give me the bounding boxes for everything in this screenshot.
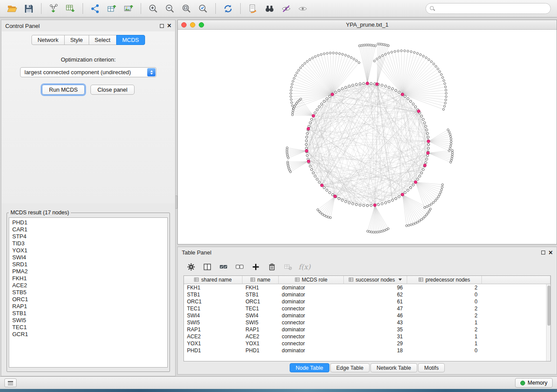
cell-shared-name[interactable]: PHD1 xyxy=(184,347,242,354)
status-menu-button[interactable] xyxy=(4,378,17,387)
close-window-icon[interactable] xyxy=(181,22,187,28)
cell-successor-nodes[interactable]: 35 xyxy=(344,326,407,333)
cell-shared-name[interactable]: SWI5 xyxy=(184,319,242,326)
cell-name[interactable]: SWI4 xyxy=(242,312,279,319)
export-image-button[interactable] xyxy=(121,2,136,16)
tab-select[interactable]: Select xyxy=(89,35,117,45)
mcds-result-item[interactable]: CAR1 xyxy=(9,226,167,233)
cell-name[interactable]: YOX1 xyxy=(242,340,279,347)
mcds-result-item[interactable]: STB1 xyxy=(9,310,167,317)
cell-mcds-role[interactable]: dominator xyxy=(279,291,344,298)
run-mcds-button[interactable]: Run MCDS xyxy=(42,85,85,95)
mcds-result-item[interactable]: SRD1 xyxy=(9,261,167,268)
show-column-button[interactable] xyxy=(201,261,213,273)
cell-shared-name[interactable]: ORC1 xyxy=(184,298,242,305)
close-table-panel-icon[interactable]: × xyxy=(549,250,553,255)
refresh-layout-button[interactable] xyxy=(220,2,236,16)
cell-predecessor-nodes[interactable]: 2 xyxy=(407,312,482,319)
delete-row-button[interactable] xyxy=(266,261,278,273)
cell-name[interactable]: STB1 xyxy=(242,291,279,298)
select-all-button[interactable] xyxy=(217,261,229,273)
cell-mcds-role[interactable]: connector xyxy=(279,333,344,340)
cell-name[interactable]: ACE2 xyxy=(242,333,279,340)
import-table-button[interactable] xyxy=(62,2,78,16)
cell-mcds-role[interactable]: dominator xyxy=(279,326,344,333)
cell-mcds-role[interactable]: dominator xyxy=(279,312,344,319)
mcds-result-item[interactable]: GCR1 xyxy=(9,331,167,338)
tab-motifs[interactable]: Motifs xyxy=(418,363,445,372)
network-graph[interactable] xyxy=(178,30,557,244)
criterion-select[interactable]: largest connected component (undirected) xyxy=(20,67,156,77)
float-panel-icon[interactable] xyxy=(160,24,164,28)
table-settings-button[interactable] xyxy=(185,261,197,273)
cell-successor-nodes[interactable]: 47 xyxy=(344,305,407,312)
cell-successor-nodes[interactable]: 62 xyxy=(344,291,407,298)
cell-name[interactable]: RAP1 xyxy=(242,326,279,333)
cell-successor-nodes[interactable]: 96 xyxy=(344,284,407,291)
cell-name[interactable]: PHD1 xyxy=(242,347,279,354)
column-header-name[interactable]: name xyxy=(242,276,279,284)
zoom-in-button[interactable] xyxy=(145,2,161,16)
scrollbar-thumb[interactable] xyxy=(547,285,550,326)
mcds-result-item[interactable]: RAP1 xyxy=(9,303,167,310)
table-row[interactable]: RAP1RAP1dominator352 xyxy=(184,326,550,333)
import-network-button[interactable] xyxy=(46,2,62,16)
zoom-selected-button[interactable] xyxy=(195,2,211,16)
export-network-button[interactable] xyxy=(87,2,103,16)
zoom-fit-button[interactable] xyxy=(179,2,194,16)
mcds-result-list[interactable]: PHD1CAR1STP4TID3YOX1SWI4SRD1PMA2FKH1ACE2… xyxy=(9,217,168,368)
mcds-result-item[interactable]: TEC1 xyxy=(9,324,167,331)
tab-edge-table[interactable]: Edge Table xyxy=(330,363,370,372)
cell-mcds-role[interactable]: dominator xyxy=(279,347,344,354)
memory-button[interactable]: Memory xyxy=(515,378,553,388)
mcds-result-item[interactable]: PHD1 xyxy=(9,219,167,226)
search-input[interactable] xyxy=(438,6,547,12)
cell-shared-name[interactable]: FKH1 xyxy=(184,284,242,291)
maximize-window-icon[interactable] xyxy=(199,22,204,28)
zoom-out-button[interactable] xyxy=(162,2,178,16)
cell-successor-nodes[interactable]: 31 xyxy=(344,333,407,340)
open-file-button[interactable] xyxy=(4,2,20,16)
close-panel-button[interactable]: Close panel xyxy=(90,85,135,95)
cell-predecessor-nodes[interactable]: 2 xyxy=(407,284,482,291)
cell-mcds-role[interactable]: connector xyxy=(279,319,344,326)
close-panel-icon[interactable]: × xyxy=(167,23,171,28)
mcds-result-item[interactable]: STP4 xyxy=(9,233,167,240)
cell-shared-name[interactable]: STB1 xyxy=(184,291,242,298)
cell-predecessor-nodes[interactable]: 2 xyxy=(407,305,482,312)
hide-selected-button[interactable] xyxy=(278,2,294,16)
mcds-result-item[interactable]: ACE2 xyxy=(9,282,167,289)
mcds-result-item[interactable]: SWI4 xyxy=(9,254,167,261)
mcds-result-item[interactable]: ORC1 xyxy=(9,296,167,303)
cell-successor-nodes[interactable]: 29 xyxy=(344,340,407,347)
cell-predecessor-nodes[interactable]: 0 xyxy=(407,347,482,354)
minimize-window-icon[interactable] xyxy=(190,22,195,28)
tab-node-table[interactable]: Node Table xyxy=(290,363,329,372)
mcds-result-item[interactable]: YOX1 xyxy=(9,247,167,254)
cell-successor-nodes[interactable]: 18 xyxy=(344,347,407,354)
cell-mcds-role[interactable]: dominator xyxy=(279,298,344,305)
mcds-result-item[interactable]: SWI5 xyxy=(9,317,167,324)
cell-predecessor-nodes[interactable]: 0 xyxy=(407,291,482,298)
table-row[interactable]: SWI4SWI4dominator462 xyxy=(184,312,550,319)
deselect-all-button[interactable] xyxy=(233,261,246,273)
cell-predecessor-nodes[interactable]: 0 xyxy=(407,298,482,305)
table-row[interactable]: ORC1ORC1dominator610 xyxy=(184,298,550,305)
tab-style[interactable]: Style xyxy=(64,35,89,45)
network-canvas[interactable] xyxy=(178,30,557,244)
cell-shared-name[interactable]: ACE2 xyxy=(184,333,242,340)
cell-shared-name[interactable]: TEC1 xyxy=(184,305,242,312)
cell-successor-nodes[interactable]: 61 xyxy=(344,298,407,305)
cell-mcds-role[interactable]: connector xyxy=(279,340,344,347)
mcds-result-item[interactable]: FKH1 xyxy=(9,275,167,282)
mcds-result-item[interactable]: TID3 xyxy=(9,240,167,247)
cell-name[interactable]: ORC1 xyxy=(242,298,279,305)
table-row[interactable]: PHD1PHD1dominator180 xyxy=(184,347,550,354)
table-row[interactable]: YOX1YOX1connector291 xyxy=(184,340,550,347)
table-row[interactable]: TEC1TEC1connector472 xyxy=(184,305,550,312)
table-row[interactable]: STB1STB1dominator620 xyxy=(184,291,550,298)
mcds-result-item[interactable]: PMA2 xyxy=(9,268,167,275)
first-neighbors-button[interactable] xyxy=(262,2,277,16)
cell-name[interactable]: TEC1 xyxy=(242,305,279,312)
column-header-shared-name[interactable]: shared name xyxy=(184,276,242,284)
